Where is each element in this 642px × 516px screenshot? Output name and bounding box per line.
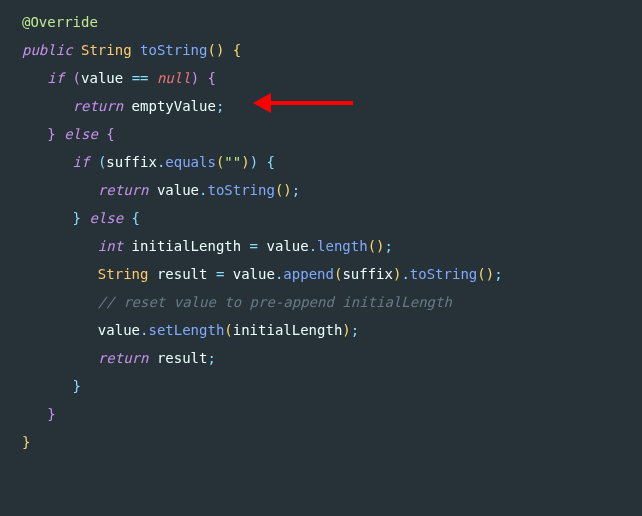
comment-reset: // reset value to pre-append initialLeng… <box>98 294 452 310</box>
ident-result: result <box>157 350 208 366</box>
method-setlength: setLength <box>148 322 224 338</box>
brace-close: } <box>47 126 55 142</box>
keyword-else: else <box>64 126 98 142</box>
arrow-line <box>267 101 353 105</box>
arrow-head-icon <box>253 93 271 113</box>
method-length: length <box>317 238 368 254</box>
paren-close: ) <box>191 70 199 86</box>
op-assign: = <box>250 238 258 254</box>
semicolon: ; <box>385 238 393 254</box>
ident-value: value <box>233 266 275 282</box>
paren-pair: () <box>477 266 494 282</box>
semicolon: ; <box>292 182 300 198</box>
annotation-arrow <box>253 93 373 113</box>
type-string: String <box>98 266 149 282</box>
ident-value: value <box>98 322 140 338</box>
ident-suffix: suffix <box>342 266 393 282</box>
brace-open: { <box>267 154 275 170</box>
paren-pair: () <box>368 238 385 254</box>
keyword-null: null <box>157 70 191 86</box>
brace-close: } <box>47 406 55 422</box>
dot: . <box>401 266 409 282</box>
brace-open: { <box>132 210 140 226</box>
annotation-override: @Override <box>22 14 98 30</box>
ident-value: value <box>81 70 123 86</box>
semicolon: ; <box>216 98 224 114</box>
ident-emptyvalue: emptyValue <box>132 98 216 114</box>
dot: . <box>309 238 317 254</box>
keyword-return: return <box>98 350 149 366</box>
string-empty: "" <box>224 154 241 170</box>
method-tostring-call: toString <box>410 266 477 282</box>
method-tostring: toString <box>140 42 207 58</box>
ident-suffix: suffix <box>106 154 157 170</box>
paren-close: ) <box>250 154 258 170</box>
paren-open: ( <box>73 70 81 86</box>
paren-close: ) <box>241 154 249 170</box>
brace-open: { <box>208 70 216 86</box>
brace-close: } <box>73 210 81 226</box>
method-append: append <box>283 266 334 282</box>
semicolon: ; <box>494 266 502 282</box>
op-eq: == <box>132 70 149 86</box>
paren-pair: () <box>275 182 292 198</box>
ident-initiallength: initialLength <box>132 238 242 254</box>
paren-close: ) <box>342 322 350 338</box>
brace-close: } <box>73 378 81 394</box>
code-block: @Override public String toString() { if … <box>0 0 642 464</box>
type-string: String <box>81 42 132 58</box>
keyword-if: if <box>73 154 90 170</box>
paren-open: ( <box>224 322 232 338</box>
keyword-return: return <box>98 182 149 198</box>
method-tostring-call: toString <box>207 182 274 198</box>
keyword-int: int <box>98 238 123 254</box>
method-equals: equals <box>165 154 216 170</box>
keyword-if: if <box>47 70 64 86</box>
semicolon: ; <box>351 322 359 338</box>
paren-open: () <box>207 42 224 58</box>
ident-initiallength: initialLength <box>233 322 343 338</box>
ident-value: value <box>266 238 308 254</box>
ident-result: result <box>157 266 208 282</box>
brace-open: { <box>106 126 114 142</box>
keyword-public: public <box>22 42 73 58</box>
keyword-else: else <box>89 210 123 226</box>
op-assign: = <box>216 266 224 282</box>
brace-open: { <box>233 42 241 58</box>
semicolon: ; <box>207 350 215 366</box>
ident-value: value <box>157 182 199 198</box>
brace-close: } <box>22 434 30 450</box>
keyword-return: return <box>73 98 124 114</box>
